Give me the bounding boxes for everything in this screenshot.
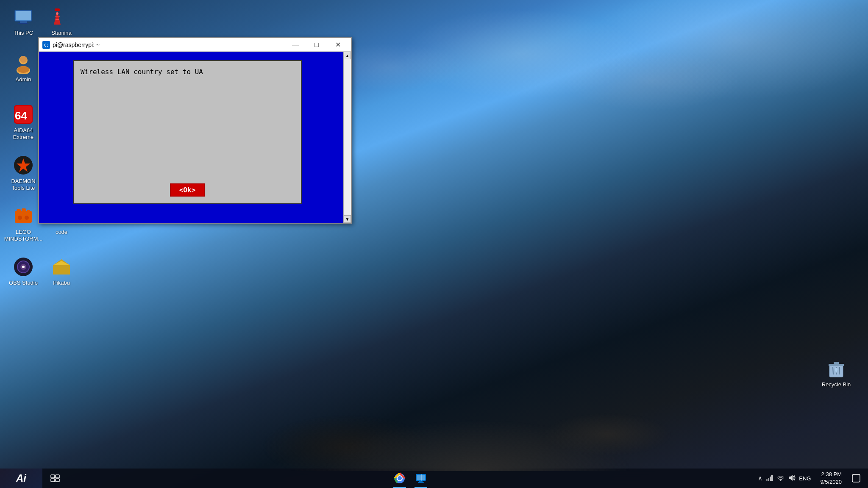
desktop-icon-admin[interactable]: Admin	[4, 51, 42, 85]
terminal-title-icon: C:\	[42, 41, 50, 49]
terminal-title: pi@raspberrypi: ~	[53, 42, 100, 48]
system-tray: ∧	[754, 474, 814, 482]
window-controls: — □ ✕	[286, 39, 348, 51]
svg-rect-19	[17, 209, 21, 213]
obs-label: OBS Studio	[9, 280, 38, 286]
svg-point-53	[780, 480, 782, 481]
aida64-label: AIDA64 Extreme	[6, 127, 41, 140]
minimize-button[interactable]: —	[286, 39, 305, 51]
language-button[interactable]: ENG	[799, 475, 811, 482]
close-button[interactable]: ✕	[328, 39, 348, 51]
aida64-icon: 64	[12, 103, 34, 125]
svg-rect-32	[834, 362, 839, 364]
ai-label: Ai	[16, 472, 26, 484]
terminal-window[interactable]: C:\ pi@raspberrypi: ~ — □ ✕ Wireless LAN…	[38, 37, 352, 224]
svg-rect-29	[56, 268, 67, 274]
dialog-message: Wireless LAN country set to UA	[74, 61, 301, 178]
svg-rect-20	[22, 208, 26, 212]
thispc-label: This PC	[14, 30, 33, 36]
lego-label: LEGO MINDSTORM...	[4, 229, 43, 242]
taskview-button[interactable]	[44, 469, 66, 488]
desktop: This PC Stamina Admin	[0, 0, 868, 488]
recycle-label: Recycle Bin	[822, 381, 851, 388]
svg-rect-37	[51, 475, 55, 478]
desktop-icon-stamina[interactable]: Stamina	[42, 4, 81, 38]
system-clock[interactable]: 2:38 PM 9/5/2020	[817, 471, 845, 486]
terminal-titlebar: C:\ pi@raspberrypi: ~ — □ ✕	[39, 38, 351, 52]
scrollbar[interactable]: ▲ ▼	[343, 52, 351, 223]
svg-text:64: 64	[15, 109, 27, 122]
dialog-box: Wireless LAN country set to UA <Ok>	[73, 60, 302, 204]
svg-rect-40	[56, 479, 59, 482]
desktop-icon-lego[interactable]: LEGO MINDSTORM...	[4, 203, 42, 244]
scroll-down-button[interactable]: ▼	[344, 215, 351, 223]
desktop-icon-pikabu[interactable]: Pikabu	[42, 254, 81, 288]
svg-rect-4	[55, 8, 60, 11]
svg-point-43	[398, 476, 402, 480]
svg-rect-48	[421, 474, 422, 481]
svg-rect-18	[15, 211, 32, 223]
svg-rect-47	[418, 482, 424, 483]
clock-time: 2:38 PM	[820, 471, 842, 478]
svg-rect-51	[770, 477, 771, 481]
svg-rect-1	[16, 11, 31, 20]
svg-rect-46	[419, 481, 423, 482]
recycle-icon	[825, 358, 847, 380]
svg-point-28	[22, 266, 25, 268]
stamina-icon	[50, 6, 72, 28]
daemon-icon	[12, 154, 34, 176]
svg-rect-2	[20, 21, 27, 23]
svg-rect-39	[51, 479, 55, 482]
ai-button[interactable]: Ai	[0, 469, 42, 488]
svg-point-11	[20, 56, 27, 63]
desktop-icon-aida64[interactable]: 64 AIDA64 Extreme	[4, 102, 42, 142]
notification-center-button[interactable]	[848, 469, 865, 488]
svg-rect-52	[771, 475, 773, 481]
taskbar-chrome[interactable]	[389, 469, 410, 488]
svg-text:C:\: C:\	[44, 43, 49, 47]
code-label: code	[56, 229, 67, 236]
svg-rect-55	[852, 474, 860, 482]
svg-point-23	[25, 216, 29, 220]
desktop-icon-daemon[interactable]: DAEMON Tools Lite	[4, 152, 42, 193]
svg-rect-3	[18, 23, 28, 24]
taskbar-right: ∧	[754, 469, 868, 488]
admin-icon	[12, 53, 34, 75]
dialog-footer: <Ok>	[74, 183, 301, 197]
svg-rect-50	[768, 478, 769, 481]
terminal-content: Wireless LAN country set to UA <Ok> ▲ ▼	[39, 52, 351, 223]
svg-point-22	[18, 216, 22, 220]
svg-marker-54	[789, 475, 793, 481]
stamina-label: Stamina	[51, 30, 72, 36]
desktop-icon-recycle[interactable]: Recycle Bin	[817, 356, 855, 390]
lego-icon	[12, 205, 34, 227]
network-icon[interactable]	[766, 474, 773, 482]
dialog-text: Wireless LAN country set to UA	[81, 68, 203, 76]
thispc-icon	[12, 6, 34, 28]
svg-rect-49	[766, 479, 768, 481]
pikabu-label: Pikabu	[53, 280, 70, 286]
svg-rect-21	[27, 210, 30, 213]
wifi-icon[interactable]	[777, 474, 785, 482]
svg-point-12	[17, 66, 29, 73]
clock-date: 9/5/2020	[820, 478, 842, 486]
taskbar-remote-desktop[interactable]	[411, 469, 431, 488]
desktop-icon-thispc[interactable]: This PC	[4, 4, 42, 38]
scroll-up-button[interactable]: ▲	[344, 52, 351, 59]
daemon-label: DAEMON Tools Lite	[6, 178, 41, 191]
pikabu-icon	[50, 256, 72, 278]
svg-point-8	[56, 12, 58, 15]
ok-button[interactable]: <Ok>	[170, 183, 205, 197]
obs-icon	[12, 256, 34, 278]
desktop-icon-obs[interactable]: OBS Studio	[4, 254, 42, 288]
svg-rect-45	[417, 475, 425, 480]
svg-rect-38	[56, 475, 59, 478]
show-hidden-icons-button[interactable]: ∧	[758, 474, 762, 482]
admin-label: Admin	[16, 76, 31, 83]
taskbar-center	[389, 469, 431, 488]
maximize-button[interactable]: □	[307, 39, 326, 51]
volume-icon[interactable]	[788, 474, 796, 482]
taskbar: ∧	[0, 469, 868, 488]
